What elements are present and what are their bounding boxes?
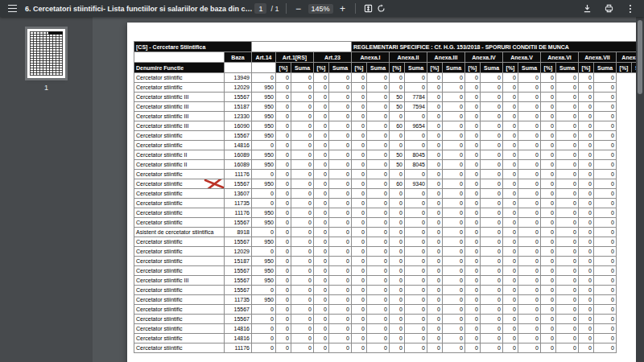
- table-cell: 0: [481, 305, 503, 315]
- table-cell: 0: [556, 247, 579, 257]
- table-cell: 0: [465, 228, 481, 237]
- fit-page-button[interactable]: [362, 2, 375, 15]
- fit-page-icon: [364, 4, 373, 13]
- table-cell: 0: [503, 83, 518, 93]
- table-cell: 0: [579, 334, 594, 343]
- vertical-dots-icon: [629, 4, 632, 14]
- table-cell: 0: [427, 189, 443, 199]
- more-options-button[interactable]: [624, 2, 637, 15]
- table-cell: 0: [314, 276, 329, 286]
- table-cell: 0: [594, 228, 617, 237]
- table-cell: 0: [367, 343, 390, 353]
- table-header-cell: Suma: [556, 63, 579, 73]
- zoom-level[interactable]: 145%: [308, 4, 333, 14]
- table-cell: 0: [314, 343, 329, 353]
- vertical-scrollbar[interactable]: [636, 17, 644, 362]
- table-cell: 0: [518, 83, 541, 93]
- page-thumbnail[interactable]: [27, 29, 65, 78]
- table-cell: 0: [594, 295, 617, 305]
- table-cell: 0: [541, 170, 556, 179]
- menu-icon[interactable]: [6, 2, 19, 15]
- rotate-icon: [377, 4, 386, 13]
- table-cell: 0: [541, 102, 556, 112]
- table-cell: 0: [541, 228, 556, 237]
- table-cell: 0: [329, 257, 352, 266]
- table-cell: 0: [503, 131, 518, 141]
- table-cell: 0: [276, 247, 291, 257]
- download-button[interactable]: [580, 2, 593, 15]
- table-cell: 0: [314, 179, 329, 189]
- table-cell: 0: [329, 266, 352, 276]
- function-name-cell: Cercetator stiintific: [134, 83, 225, 93]
- table-cell: 0: [314, 257, 329, 266]
- table-cell: 0: [503, 93, 518, 102]
- table-cell: 0: [390, 266, 405, 276]
- function-name-cell: Cercetator stiintific III: [134, 121, 225, 131]
- table-cell: 0: [481, 131, 503, 141]
- table-row: Cercetator stiintific1556700000000000000…: [134, 286, 644, 295]
- scrollbar-thumb[interactable]: [638, 20, 642, 94]
- table-cell: 950: [252, 295, 276, 305]
- table-cell: 0: [352, 247, 367, 257]
- zoom-out-button[interactable]: −: [293, 4, 304, 14]
- table-cell: 0: [367, 83, 390, 93]
- table-cell: 0: [443, 112, 465, 121]
- table-cell: 0: [314, 208, 329, 218]
- table-cell: 0: [579, 112, 594, 121]
- table-cell: 0: [314, 295, 329, 305]
- table-cell: 0: [329, 199, 352, 208]
- page-number-input[interactable]: 1: [254, 3, 266, 14]
- table-cell: 0: [503, 141, 518, 150]
- table-cell: 0: [594, 343, 617, 353]
- table-cell: 9654: [405, 121, 427, 131]
- print-button[interactable]: [602, 2, 615, 15]
- table-cell: 0: [541, 266, 556, 276]
- table-cell: 0: [541, 343, 556, 353]
- function-name-cell: Cercetator stiintific: [134, 286, 225, 295]
- table-cell: 0: [518, 160, 541, 170]
- pdf-viewer-area[interactable]: [CS] - Cercetare StiintificaREGLEMENTARI…: [93, 17, 644, 362]
- red-x-annotation: [204, 179, 225, 189]
- function-name-cell: Cercetator stiintific II: [134, 150, 225, 160]
- table-cell: 9340: [405, 179, 427, 189]
- rotate-button[interactable]: [375, 2, 388, 15]
- table-cell: 0: [252, 141, 276, 150]
- table-cell: 0: [352, 343, 367, 353]
- table-cell: 0: [314, 73, 329, 83]
- table-row: Cercetator stiintific1173500000000000000…: [134, 199, 644, 208]
- table-cell: 0: [405, 343, 427, 353]
- page-total: 1: [275, 5, 279, 13]
- table-cell: 0: [276, 141, 291, 150]
- table-cell: 0: [291, 257, 314, 266]
- table-cell: 0: [291, 208, 314, 218]
- table-cell: 15187: [225, 257, 252, 266]
- table-cell: 0: [518, 257, 541, 266]
- table-cell: 0: [541, 276, 556, 286]
- table-cell: 0: [556, 334, 579, 343]
- table-header-cell: Suma: [367, 63, 390, 73]
- table-cell: 0: [329, 73, 352, 83]
- toolbar-separator: [355, 3, 356, 14]
- table-cell: 0: [352, 179, 367, 189]
- table-cell: 0: [503, 305, 518, 315]
- table-cell: 0: [556, 257, 579, 266]
- table-cell: 0: [314, 199, 329, 208]
- table-cell: 0: [352, 121, 367, 131]
- table-cell: 12029: [225, 83, 252, 93]
- table-cell: 11176: [225, 343, 252, 353]
- zoom-in-button[interactable]: +: [337, 4, 349, 14]
- table-cell: 0: [291, 334, 314, 343]
- table-cell: 0: [314, 93, 329, 102]
- table-cell: 0: [541, 257, 556, 266]
- table-cell: 950: [252, 83, 276, 93]
- table-cell: 0: [291, 324, 314, 334]
- table-cell: 15567: [225, 286, 252, 295]
- table-cell: 0: [443, 131, 465, 141]
- table-cell: 0: [314, 121, 329, 131]
- table-cell: 0: [291, 93, 314, 102]
- table-cell: 0: [291, 170, 314, 179]
- table-cell: 0: [443, 83, 465, 93]
- table-cell: 0: [314, 228, 329, 237]
- table-cell: 0: [390, 257, 405, 266]
- table-cell: 0: [276, 160, 291, 170]
